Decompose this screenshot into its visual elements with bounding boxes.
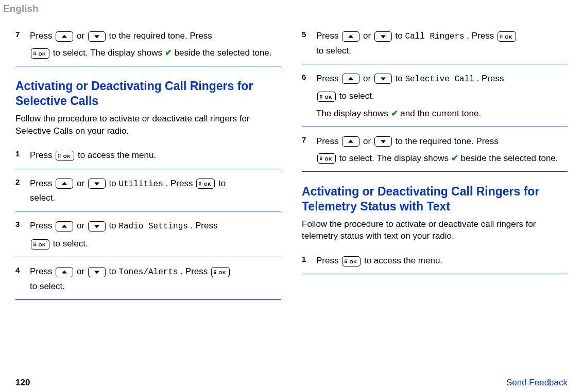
left-column: 7 Press or to the required tone. Press t…	[15, 23, 281, 301]
step-number: 1	[15, 148, 30, 162]
section-intro: Follow the procedure to activate or deac…	[302, 218, 568, 243]
text: to select.	[53, 239, 88, 248]
up-button-icon	[56, 267, 73, 277]
section-heading-selective-calls: Activating or Deactivating Call Ringers …	[15, 79, 281, 109]
ok-button-icon	[498, 31, 516, 42]
text: Press	[316, 136, 341, 146]
step-1: 1 Press to access the menu.	[15, 142, 281, 169]
check-icon: ✔	[451, 153, 458, 163]
down-button-icon	[88, 179, 106, 189]
step-3: 3 Press or to Radio Settings . Press to …	[15, 212, 281, 257]
text: Press	[316, 74, 341, 83]
text: Press	[316, 256, 341, 265]
text: or	[363, 136, 373, 146]
step-body: Press or to Selective Call . Press to se…	[316, 72, 568, 120]
text: to	[109, 221, 119, 230]
step-number: 7	[15, 29, 30, 60]
page-number: 120	[15, 378, 30, 388]
text: Press	[30, 150, 55, 160]
text: Press	[30, 31, 55, 41]
text: to select.	[30, 281, 65, 291]
step-number: 5	[302, 29, 316, 58]
text: to select. The display shows	[53, 48, 165, 58]
step-number: 1	[302, 254, 316, 268]
ok-button-icon	[196, 179, 215, 189]
text: to	[396, 74, 405, 83]
step-number: 2	[15, 176, 30, 205]
text: or	[77, 221, 87, 230]
text: to select. The display shows	[339, 153, 451, 163]
ok-button-icon	[342, 256, 361, 266]
check-icon: ✔	[391, 109, 398, 118]
right-column: 5 Press or to Call Ringers . Press to se…	[302, 23, 568, 301]
text: Press	[30, 266, 55, 276]
step-body: Press or to the required tone. Press to …	[30, 29, 281, 60]
step-6: 6 Press or to Selective Call . Press to …	[302, 65, 568, 127]
text: . Press	[166, 179, 196, 188]
up-button-icon	[342, 74, 359, 84]
text: Press	[30, 179, 55, 188]
menu-item-tones-alerts: Tones/Alerts	[118, 268, 178, 277]
step-1-telemetry: 1 Press to access the menu.	[302, 247, 568, 274]
step-body: Press to access the menu.	[30, 148, 281, 162]
text: or	[363, 31, 373, 41]
text: to	[396, 31, 405, 41]
ok-button-icon	[31, 48, 49, 59]
text: Press	[316, 31, 341, 41]
text: or	[77, 31, 87, 41]
text: . Press	[191, 221, 218, 230]
step-5: 5 Press or to Call Ringers . Press to se…	[302, 23, 568, 64]
send-feedback-link[interactable]: Send Feedback	[506, 378, 568, 388]
text: to	[109, 266, 119, 276]
step-7-top: 7 Press or to the required tone. Press t…	[15, 23, 281, 66]
menu-item-selective-call: Selective Call	[405, 75, 474, 84]
menu-item-call-ringers: Call Ringers	[405, 32, 464, 41]
ok-button-icon	[317, 92, 336, 102]
down-button-icon	[374, 31, 392, 42]
step-number: 7	[302, 134, 316, 165]
text: or	[363, 74, 373, 83]
section-heading-telemetry: Activating or Deactivating Call Ringers …	[302, 184, 568, 214]
ok-button-icon	[317, 153, 336, 164]
text: to	[109, 179, 119, 188]
page-footer: 120 Send Feedback	[0, 378, 583, 388]
text: to the required tone. Press	[396, 136, 499, 146]
ok-button-icon	[211, 267, 230, 277]
text: Press	[30, 221, 55, 230]
text: . Press	[467, 31, 496, 41]
ok-button-icon	[31, 239, 49, 250]
text: select.	[30, 193, 55, 203]
text: to access the menu.	[364, 256, 442, 265]
up-button-icon	[56, 179, 73, 189]
down-button-icon	[88, 31, 106, 42]
text: to the required tone. Press	[109, 31, 212, 41]
text: or	[77, 179, 87, 188]
step-4: 4 Press or to Tones/Alerts . Press to se…	[15, 258, 281, 300]
text: to	[218, 179, 226, 188]
step-7: 7 Press or to the required tone. Press t…	[302, 128, 568, 172]
step-body: Press or to Radio Settings . Press to se…	[30, 219, 281, 251]
menu-item-utilities: Utilities	[118, 180, 163, 189]
menu-item-radio-settings: Radio Settings	[118, 222, 187, 231]
down-button-icon	[374, 74, 392, 84]
step-body: Press or to the required tone. Press to …	[316, 134, 568, 165]
up-button-icon	[342, 31, 359, 42]
text: The display shows	[316, 109, 391, 118]
ok-button-icon	[56, 151, 74, 161]
down-button-icon	[374, 136, 392, 147]
text: and the current tone.	[400, 109, 481, 118]
text: beside the selected tone.	[174, 48, 271, 58]
text: . Press	[180, 266, 210, 276]
step-number: 4	[15, 264, 30, 293]
text: to select.	[339, 91, 374, 101]
down-button-icon	[88, 221, 106, 231]
step-2: 2 Press or to Utilities . Press to selec…	[15, 170, 281, 212]
check-icon: ✔	[165, 48, 172, 58]
page-header-language: English	[0, 0, 583, 17]
text: to select.	[316, 46, 351, 56]
step-body: Press to access the menu.	[316, 254, 568, 268]
down-button-icon	[88, 267, 106, 277]
content-columns: 7 Press or to the required tone. Press t…	[0, 17, 583, 301]
text: or	[77, 266, 87, 276]
up-button-icon	[56, 221, 73, 231]
